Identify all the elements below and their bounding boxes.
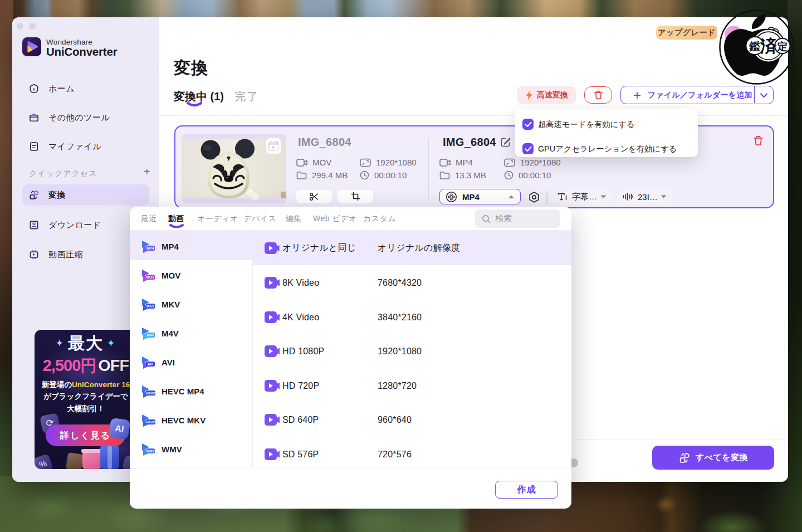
svg-text:HEVC: HEVC — [146, 421, 155, 424]
svg-text:MKV: MKV — [146, 304, 155, 308]
svg-text:MOV: MOV — [146, 275, 155, 279]
svg-text:M4V: M4V — [146, 333, 154, 337]
svg-text:MP4: MP4 — [146, 246, 154, 250]
svg-text:済: 済 — [760, 37, 777, 55]
svg-text:WMV: WMV — [146, 450, 155, 453]
svg-text:HEVC: HEVC — [146, 392, 155, 395]
svg-text:定: 定 — [776, 41, 788, 52]
svg-text:鑑: 鑑 — [749, 40, 760, 52]
svg-text:AVI: AVI — [148, 362, 154, 366]
